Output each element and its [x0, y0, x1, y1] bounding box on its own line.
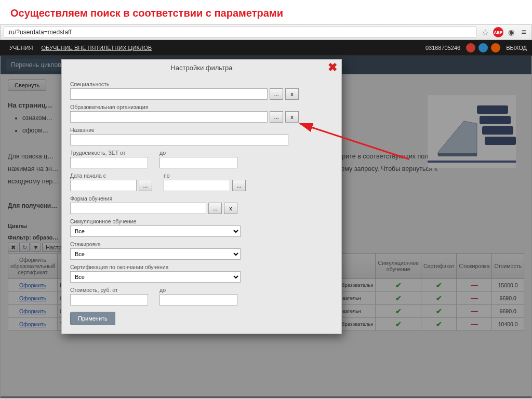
svg-rect-4 [485, 137, 516, 145]
header-icon-1[interactable] [466, 43, 475, 52]
label-cert: Сертификация по окончании обучения [70, 264, 333, 270]
filter-settings-modal: Настройки фильтра ✖ Специальность ... x … [61, 59, 342, 334]
tool-icon-1[interactable]: ✖ [8, 243, 18, 252]
label-intern: Стажировка [70, 241, 333, 247]
form-clear-button[interactable]: x [224, 203, 237, 214]
slide-title: Осуществляем поиск в соответствии с пара… [0, 0, 532, 24]
decorative-image [428, 95, 516, 168]
form-input[interactable] [70, 203, 206, 214]
abp-icon[interactable]: ABP [493, 27, 503, 37]
apply-button[interactable]: Применить [70, 312, 115, 325]
cell-stage: — [457, 292, 492, 305]
form-lookup-button[interactable]: ... [208, 203, 222, 214]
header-icon-2[interactable] [478, 43, 488, 52]
cell-cost: 15000.0 [492, 279, 524, 292]
browser-address-bar: ABP [0, 24, 532, 40]
header-icon-3[interactable] [491, 43, 500, 52]
date-from-input[interactable] [70, 180, 137, 191]
cell-cert: ✔ [421, 292, 457, 305]
tool-icon-3[interactable]: ▼ [31, 243, 41, 252]
date-to-picker-button[interactable]: ... [232, 180, 246, 191]
label-date-from: Дата начала с [70, 172, 152, 179]
label-cost-from: Стоимость, руб. от [70, 287, 148, 293]
cell-sim: ✔ [376, 292, 421, 305]
app-header: УЧЕНИЯ ОБУЧЕНИЕ ВНЕ ПЯТИЛЕТНИХ ЦИКЛОВ 03… [0, 40, 532, 56]
svg-rect-1 [477, 105, 508, 114]
organization-clear-button[interactable]: x [285, 111, 299, 123]
cell-cost: 9690.0 [492, 305, 524, 318]
intern-select[interactable]: Все [70, 248, 241, 260]
cert-select[interactable]: Все [70, 271, 241, 283]
bookmark-icon[interactable] [481, 28, 490, 37]
modal-title: Настройки фильтра ✖ [62, 60, 341, 75]
svg-rect-2 [480, 116, 511, 124]
cell-sim: ✔ [376, 318, 421, 331]
sim-select[interactable]: Все [70, 225, 241, 237]
nav-item-learning[interactable]: УЧЕНИЯ [5, 45, 37, 51]
paragraph-left: Для поиска ц… нажимая на зн… исходному п… [8, 151, 70, 188]
form-link[interactable]: Оформить [8, 292, 58, 305]
th-sim[interactable]: Симуляционное обучение [376, 254, 421, 279]
tool-icon-2[interactable]: ↻ [19, 243, 30, 252]
browser-menu-icon[interactable] [519, 28, 528, 37]
collapse-button[interactable]: Свернуть [8, 79, 46, 91]
cell-cert: ✔ [421, 318, 457, 331]
cell-stage: — [457, 318, 492, 331]
nav-item-out-cycle[interactable]: ОБУЧЕНИЕ ВНЕ ПЯТИЛЕТНИХ ЦИКЛОВ [37, 45, 156, 51]
label-date-to: по [164, 172, 246, 179]
logout-link[interactable]: ВЫХОД [506, 45, 527, 51]
label-cost-to: до [159, 287, 237, 293]
cell-cert: ✔ [421, 279, 457, 292]
th-intern[interactable]: Стажировка [457, 254, 492, 279]
cell-sim: ✔ [376, 279, 421, 292]
form-link[interactable]: Оформить [8, 279, 58, 292]
speciality-clear-button[interactable]: x [285, 88, 299, 100]
cell-sim: ✔ [376, 305, 421, 318]
form-link[interactable]: Оформить [8, 318, 58, 331]
name-input[interactable] [70, 134, 288, 145]
label-zet-to: до [159, 150, 237, 156]
cell-cost: 10400.0 [492, 318, 524, 331]
speciality-lookup-button[interactable]: ... [270, 88, 283, 100]
organization-input[interactable] [70, 111, 268, 123]
speciality-input[interactable] [70, 88, 268, 100]
date-to-input[interactable] [164, 180, 230, 191]
label-name: Название [70, 127, 333, 133]
th-cost[interactable]: Стоимость [492, 254, 524, 279]
cell-cert: ✔ [421, 305, 457, 318]
svg-rect-3 [482, 126, 513, 135]
url-input[interactable] [4, 26, 476, 38]
th-cert[interactable]: Оформить образовательный сертификат [8, 254, 58, 279]
date-from-picker-button[interactable]: ... [139, 180, 152, 191]
label-organization: Образовательная организация [70, 104, 333, 110]
user-id: 03168705246 [421, 45, 464, 51]
cost-from-input[interactable] [70, 294, 148, 305]
cell-stage: — [457, 305, 492, 318]
th-certificate[interactable]: Сертификат [421, 254, 457, 279]
zet-to-input[interactable] [159, 157, 237, 168]
organization-lookup-button[interactable]: ... [270, 111, 283, 123]
form-link[interactable]: Оформить [8, 305, 58, 318]
label-speciality: Специальность [70, 81, 333, 87]
zet-from-input[interactable] [70, 157, 148, 168]
close-icon[interactable]: ✖ [327, 62, 338, 73]
cost-to-input[interactable] [159, 294, 237, 305]
label-zet-from: Трудоёмкость, ЗЕТ от [70, 150, 148, 156]
label-form: Форма обучения [70, 195, 333, 202]
extension-icon[interactable] [507, 28, 516, 37]
cell-stage: — [457, 279, 492, 292]
label-sim: Симуляционное обучение [70, 218, 333, 224]
svg-rect-5 [438, 153, 477, 156]
cell-cost: 9690.0 [492, 292, 524, 305]
